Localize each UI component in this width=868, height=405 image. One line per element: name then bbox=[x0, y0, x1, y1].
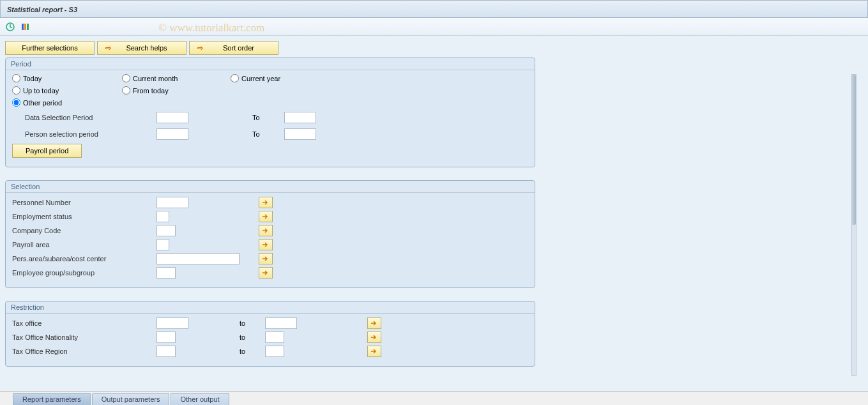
multiple-selection-button[interactable] bbox=[259, 197, 273, 208]
from-input[interactable] bbox=[156, 346, 176, 357]
field-label: Tax Office Region bbox=[12, 348, 156, 355]
scrollbar-thumb[interactable] bbox=[852, 75, 856, 225]
field-input[interactable] bbox=[156, 197, 188, 208]
further-selections-button[interactable]: Further selections bbox=[5, 41, 95, 55]
selection-row: Employee group/subgroup bbox=[12, 267, 528, 279]
radio-current-year-input[interactable] bbox=[231, 74, 239, 82]
field-label: Pers.area/subarea/cost center bbox=[12, 255, 156, 263]
multiple-selection-button[interactable] bbox=[367, 332, 381, 343]
selection-group: Selection Personnel NumberEmployment sta… bbox=[5, 180, 535, 288]
radio-label: Today bbox=[23, 75, 42, 82]
radio-from-today-input[interactable] bbox=[122, 86, 130, 95]
radio-up-to-today-input[interactable] bbox=[12, 86, 20, 95]
field-label: Payroll area bbox=[12, 241, 156, 248]
radio-label: Current year bbox=[241, 75, 280, 82]
selection-row: Payroll area bbox=[12, 239, 528, 250]
radio-label: From today bbox=[133, 87, 169, 95]
restriction-group: Restriction Tax officetoTax Office Natio… bbox=[5, 301, 535, 367]
group-title: Selection bbox=[6, 181, 535, 193]
arrow-right-icon: ⇨ bbox=[197, 44, 203, 52]
button-label: Search helps bbox=[115, 44, 178, 52]
multiple-selection-button[interactable] bbox=[259, 239, 273, 250]
person-selection-to-input[interactable] bbox=[284, 128, 316, 140]
field-input[interactable] bbox=[156, 225, 176, 236]
to-label: to bbox=[240, 319, 265, 327]
radio-up-to-today[interactable]: Up to today bbox=[12, 86, 122, 95]
field-label: Personnel Number bbox=[12, 199, 156, 206]
data-selection-to-input[interactable] bbox=[284, 112, 316, 123]
multiple-selection-button[interactable] bbox=[259, 267, 273, 279]
sort-order-button[interactable]: ⇨ Sort order bbox=[189, 41, 278, 55]
period-group: Period Today Current month Current year bbox=[5, 57, 535, 167]
tab-other-output[interactable]: Other output bbox=[171, 393, 229, 405]
variants-icon[interactable] bbox=[20, 22, 31, 32]
radio-current-year[interactable]: Current year bbox=[231, 74, 280, 82]
radio-label: Current month bbox=[133, 75, 178, 82]
search-helps-button[interactable]: ⇨ Search helps bbox=[97, 41, 187, 55]
tab-output-parameters[interactable]: Output parameters bbox=[92, 393, 170, 405]
from-input[interactable] bbox=[156, 332, 176, 343]
page-title: Statistical report - S3 bbox=[7, 6, 77, 13]
scrollbar-vertical[interactable] bbox=[851, 74, 857, 376]
tab-report-parameters[interactable]: Report parameters bbox=[13, 393, 91, 405]
multiple-selection-button[interactable] bbox=[367, 317, 381, 329]
group-title: Period bbox=[6, 58, 535, 70]
to-label: To bbox=[252, 130, 284, 138]
person-selection-label: Person selection period bbox=[12, 130, 156, 138]
multiple-selection-button[interactable] bbox=[259, 253, 273, 264]
svg-rect-2 bbox=[24, 24, 26, 30]
restriction-row: Tax officeto bbox=[12, 317, 528, 329]
field-input[interactable] bbox=[156, 211, 169, 222]
svg-rect-1 bbox=[22, 24, 24, 30]
to-input[interactable] bbox=[265, 346, 284, 357]
radio-current-month-input[interactable] bbox=[122, 74, 130, 82]
selection-row: Personnel Number bbox=[12, 197, 528, 208]
radio-label: Other period bbox=[23, 99, 62, 107]
field-input[interactable] bbox=[156, 253, 240, 264]
field-input[interactable] bbox=[156, 239, 169, 250]
execute-icon[interactable] bbox=[5, 22, 15, 32]
content-area: Further selections ⇨ Search helps ⇨ Sort… bbox=[0, 36, 868, 395]
multiple-selection-button[interactable] bbox=[367, 346, 381, 357]
field-label: Employment status bbox=[12, 213, 156, 220]
button-label: Sort order bbox=[207, 44, 270, 52]
data-selection-label: Data Selection Period bbox=[12, 114, 156, 121]
button-label: Payroll period bbox=[26, 147, 68, 155]
arrow-right-icon: ⇨ bbox=[105, 44, 111, 52]
field-label: Employee group/subgroup bbox=[12, 269, 156, 277]
selection-row: Employment status bbox=[12, 211, 528, 222]
person-selection-from-input[interactable] bbox=[156, 128, 188, 140]
action-buttons: Further selections ⇨ Search helps ⇨ Sort… bbox=[5, 41, 863, 55]
button-label: Further selections bbox=[22, 44, 77, 52]
field-label: Tax office bbox=[12, 319, 156, 327]
group-title: Restriction bbox=[6, 302, 535, 314]
radio-label: Up to today bbox=[23, 87, 59, 95]
payroll-period-button[interactable]: Payroll period bbox=[12, 144, 82, 158]
from-input[interactable] bbox=[156, 317, 188, 329]
to-label: To bbox=[252, 114, 284, 121]
to-label: to bbox=[240, 333, 265, 341]
restriction-row: Tax Office Nationalityto bbox=[12, 332, 528, 343]
radio-from-today[interactable]: From today bbox=[122, 86, 231, 95]
multiple-selection-button[interactable] bbox=[259, 211, 273, 222]
selection-row: Company Code bbox=[12, 225, 528, 236]
radio-other-period-input[interactable] bbox=[12, 98, 20, 107]
title-bar: Statistical report - S3 bbox=[0, 0, 868, 18]
field-input[interactable] bbox=[156, 267, 176, 279]
radio-other-period[interactable]: Other period bbox=[12, 98, 122, 107]
svg-rect-3 bbox=[27, 24, 29, 30]
radio-today[interactable]: Today bbox=[12, 74, 122, 82]
restriction-row: Tax Office Regionto bbox=[12, 346, 528, 357]
to-input[interactable] bbox=[265, 317, 297, 329]
radio-current-month[interactable]: Current month bbox=[122, 74, 231, 82]
to-label: to bbox=[240, 348, 265, 355]
field-label: Company Code bbox=[12, 227, 156, 234]
radio-today-input[interactable] bbox=[12, 74, 20, 82]
application-toolbar bbox=[0, 18, 868, 36]
data-selection-from-input[interactable] bbox=[156, 112, 188, 123]
tabs-bar: Report parametersOutput parametersOther … bbox=[0, 391, 868, 405]
field-label: Tax Office Nationality bbox=[12, 333, 156, 341]
to-input[interactable] bbox=[265, 332, 284, 343]
selection-row: Pers.area/subarea/cost center bbox=[12, 253, 528, 264]
multiple-selection-button[interactable] bbox=[259, 225, 273, 236]
